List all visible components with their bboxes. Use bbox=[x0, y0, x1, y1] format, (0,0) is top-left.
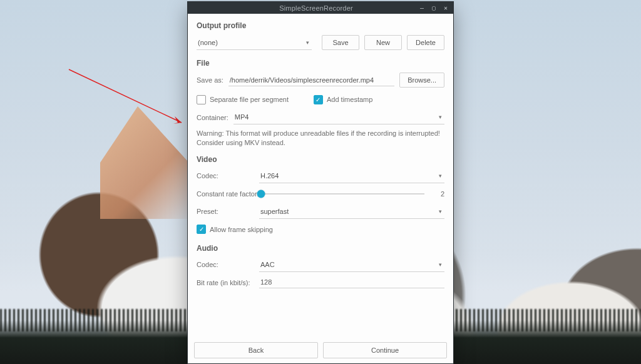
container-value: MP4 bbox=[235, 113, 249, 121]
add-timestamp-checkbox[interactable]: ✓ Add timestamp bbox=[314, 95, 372, 104]
maximize-icon[interactable]: ▢ bbox=[430, 4, 438, 12]
audio-codec-value: AAC bbox=[260, 261, 275, 268]
app-window: SimpleScreenRecorder — ▢ ✕ Output profil… bbox=[187, 1, 454, 364]
continue-button[interactable]: Continue bbox=[323, 342, 447, 358]
titlebar: SimpleScreenRecorder — ▢ ✕ bbox=[188, 2, 453, 14]
save-as-label: Save as: bbox=[197, 76, 223, 84]
save-as-input[interactable] bbox=[228, 74, 394, 86]
preset-dropdown[interactable]: superfast ▾ bbox=[259, 205, 444, 219]
checkbox-checked-icon: ✓ bbox=[314, 95, 323, 104]
slider-thumb-icon bbox=[257, 190, 265, 198]
profile-dropdown[interactable]: (none) ▾ bbox=[197, 36, 312, 50]
window-title: SimpleScreenRecorder bbox=[218, 4, 414, 12]
video-codec-dropdown[interactable]: H.264 ▾ bbox=[259, 169, 444, 183]
output-profile-heading: Output profile bbox=[197, 21, 444, 30]
bitrate-input[interactable] bbox=[259, 276, 444, 288]
crf-value: 2 bbox=[434, 190, 444, 198]
preset-label: Preset: bbox=[197, 208, 254, 215]
minimize-icon[interactable]: — bbox=[418, 4, 426, 12]
chevron-down-icon: ▾ bbox=[439, 114, 442, 120]
chevron-down-icon: ▾ bbox=[439, 208, 442, 215]
footer: Back Continue bbox=[188, 338, 453, 363]
container-warning: Warning: This format will produce unread… bbox=[197, 129, 444, 148]
save-button[interactable]: Save bbox=[322, 35, 359, 50]
browse-button[interactable]: Browse... bbox=[399, 73, 444, 88]
close-icon[interactable]: ✕ bbox=[442, 4, 449, 12]
checkbox-checked-icon: ✓ bbox=[197, 225, 206, 234]
video-codec-label: Codec: bbox=[197, 172, 254, 179]
audio-codec-label: Codec: bbox=[197, 261, 254, 268]
preset-value: superfast bbox=[260, 208, 289, 215]
add-timestamp-label: Add timestamp bbox=[327, 96, 372, 103]
crf-label: Constant rate factor: bbox=[197, 190, 254, 198]
container-dropdown[interactable]: MP4 ▾ bbox=[233, 110, 444, 124]
crf-slider[interactable] bbox=[259, 188, 424, 200]
chevron-down-icon: ▾ bbox=[439, 173, 442, 179]
profile-value: (none) bbox=[198, 39, 218, 46]
separate-file-label: Separate file per segment bbox=[210, 96, 289, 103]
allow-frame-skipping-label: Allow frame skipping bbox=[210, 226, 273, 233]
delete-button[interactable]: Delete bbox=[407, 35, 444, 50]
new-button[interactable]: New bbox=[364, 35, 402, 50]
bitrate-label: Bit rate (in kbit/s): bbox=[197, 279, 254, 286]
checkbox-icon bbox=[197, 95, 206, 104]
audio-heading: Audio bbox=[197, 244, 444, 253]
container-label: Container: bbox=[197, 114, 228, 121]
video-codec-value: H.264 bbox=[260, 172, 279, 179]
separate-file-checkbox[interactable]: Separate file per segment bbox=[197, 95, 289, 104]
chevron-down-icon: ▾ bbox=[306, 39, 309, 46]
allow-frame-skipping-checkbox[interactable]: ✓ Allow frame skipping bbox=[197, 225, 273, 234]
chevron-down-icon: ▾ bbox=[439, 261, 442, 268]
audio-codec-dropdown[interactable]: AAC ▾ bbox=[259, 258, 444, 272]
back-button[interactable]: Back bbox=[194, 342, 318, 358]
video-heading: Video bbox=[197, 155, 444, 164]
file-heading: File bbox=[197, 59, 444, 68]
